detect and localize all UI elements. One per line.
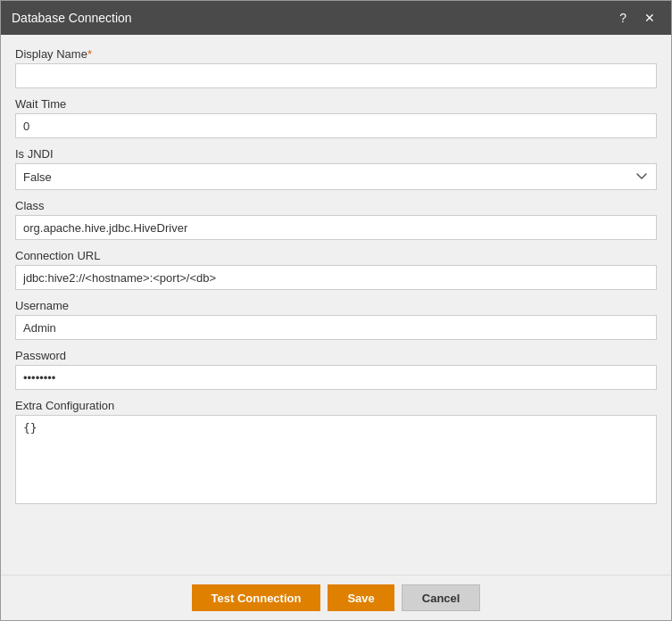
title-bar-controls: ? ✕ xyxy=(614,10,660,26)
display-name-label: Display Name* xyxy=(15,47,657,61)
extra-config-group: Extra Configuration {} xyxy=(15,399,657,504)
wait-time-group: Wait Time xyxy=(15,97,657,138)
username-label: Username xyxy=(15,299,657,312)
save-button[interactable]: Save xyxy=(328,584,394,611)
username-group: Username xyxy=(15,299,657,340)
dialog-title: Database Connection xyxy=(12,11,132,25)
connection-url-input[interactable] xyxy=(15,265,657,290)
test-connection-button[interactable]: Test Connection xyxy=(192,584,321,611)
username-input[interactable] xyxy=(15,315,657,340)
dialog-body: Display Name* Wait Time Is JNDI False Tr… xyxy=(1,35,671,575)
password-group: Password xyxy=(15,349,657,390)
connection-url-label: Connection URL xyxy=(15,249,657,262)
database-connection-dialog: Database Connection ? ✕ Display Name* Wa… xyxy=(0,0,672,621)
extra-config-label: Extra Configuration xyxy=(15,399,657,412)
cancel-button[interactable]: Cancel xyxy=(402,584,481,611)
password-label: Password xyxy=(15,349,657,362)
wait-time-input[interactable] xyxy=(15,113,657,138)
class-label: Class xyxy=(15,199,657,212)
is-jndi-group: Is JNDI False True xyxy=(15,147,657,190)
extra-config-textarea[interactable]: {} xyxy=(15,415,657,504)
required-marker: * xyxy=(87,47,92,61)
display-name-group: Display Name* xyxy=(15,47,657,88)
close-button[interactable]: ✕ xyxy=(639,10,660,26)
class-input[interactable] xyxy=(15,215,657,240)
class-group: Class xyxy=(15,199,657,240)
password-input[interactable] xyxy=(15,365,657,390)
help-button[interactable]: ? xyxy=(614,10,632,26)
display-name-input[interactable] xyxy=(15,63,657,88)
title-bar: Database Connection ? ✕ xyxy=(1,1,671,35)
is-jndi-label: Is JNDI xyxy=(15,147,657,161)
wait-time-label: Wait Time xyxy=(15,97,657,111)
connection-url-group: Connection URL xyxy=(15,249,657,290)
is-jndi-select[interactable]: False True xyxy=(15,163,657,190)
dialog-footer: Test Connection Save Cancel xyxy=(1,575,671,620)
